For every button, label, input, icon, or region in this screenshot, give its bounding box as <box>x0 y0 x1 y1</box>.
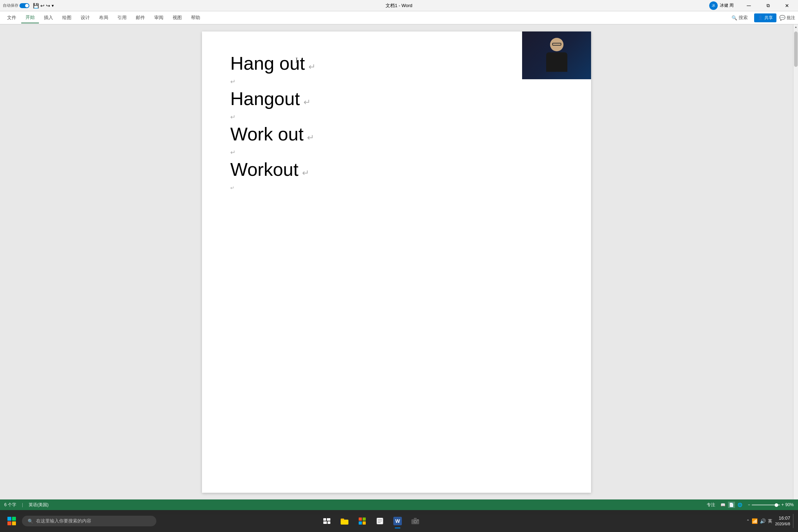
clock-time: 16:07 <box>775 515 790 521</box>
title-bar-left: 自动保存 💾 ↩ ↪ ▾ <box>3 3 54 8</box>
tab-mailings[interactable]: 邮件 <box>132 12 149 23</box>
empty-return-1: ↵ <box>230 78 236 86</box>
taskbar-file-explorer[interactable] <box>336 513 353 530</box>
svg-rect-9 <box>363 521 366 525</box>
read-view-icon[interactable]: 📖 <box>719 502 727 508</box>
tab-review[interactable]: 审阅 <box>150 12 168 23</box>
tray-chevron-icon[interactable]: ⌃ <box>746 519 750 524</box>
restore-button[interactable]: ⧉ <box>760 0 776 11</box>
network-icon[interactable]: 📶 <box>752 518 758 524</box>
search-label: 搜索 <box>739 15 748 21</box>
window-title: 文档1 - Word <box>386 2 412 9</box>
tab-file[interactable]: 文件 <box>3 12 21 23</box>
tab-insert[interactable]: 插入 <box>40 12 57 23</box>
svg-rect-4 <box>341 520 348 525</box>
language-icon[interactable]: 英 <box>768 518 772 524</box>
focus-button[interactable]: 专注 <box>707 502 715 508</box>
qa-redo-icon[interactable]: ↪ <box>46 3 50 8</box>
web-view-icon[interactable]: 🌐 <box>736 502 744 508</box>
svg-rect-17 <box>414 518 417 520</box>
zoom-in-button[interactable]: + <box>781 502 784 507</box>
text-cursor-pos: I <box>295 56 298 65</box>
scrollbar[interactable]: ▲ <box>793 24 798 500</box>
person-body <box>546 52 567 72</box>
qa-save-icon[interactable]: 💾 <box>33 3 39 8</box>
print-view-icon[interactable]: 📄 <box>728 502 735 508</box>
svg-rect-3 <box>328 521 330 524</box>
tab-layout[interactable]: 布局 <box>95 12 112 23</box>
scrollbar-thumb[interactable] <box>794 31 798 67</box>
tab-draw[interactable]: 绘图 <box>58 12 76 23</box>
taskbar-right: ⌃ 📶 🔊 英 16:07 2020/6/8 <box>746 514 795 528</box>
camera-icon <box>411 518 419 524</box>
taskbar-camera[interactable] <box>407 513 424 530</box>
text-workout: Workout <box>230 159 299 180</box>
comments-button[interactable]: 💬 批注 <box>779 15 795 21</box>
empty-return-3: ↵ <box>230 149 236 156</box>
ribbon-search[interactable]: 🔍 搜索 <box>732 15 748 21</box>
svg-rect-5 <box>341 519 344 520</box>
return-1: ↵ <box>308 62 316 72</box>
view-icons: 📖 📄 🌐 <box>719 502 744 508</box>
volume-icon[interactable]: 🔊 <box>760 518 766 524</box>
word-icon: W <box>393 517 402 525</box>
empty-line-1: ↵ <box>230 75 563 88</box>
close-button[interactable]: ✕ <box>779 0 795 11</box>
zoom-slider-thumb[interactable] <box>775 503 778 507</box>
status-right: 专注 📖 📄 🌐 − + 90% <box>707 502 794 508</box>
taskbar-search-icon: 🔍 <box>28 519 33 524</box>
tab-design[interactable]: 设计 <box>76 12 94 23</box>
autosave-switch[interactable] <box>19 3 29 8</box>
tab-references[interactable]: 引用 <box>113 12 131 23</box>
taskbar: 🔍 在这里输入你要搜索的内容 <box>0 510 798 532</box>
minimize-button[interactable]: ─ <box>741 0 757 11</box>
zoom-controls: − + 90% <box>748 502 794 507</box>
main-area: I Hang out ↵ ↵ Hangout ↵ ↵ Work out ↵ <box>0 24 798 500</box>
share-icon: 👤 <box>758 15 763 20</box>
status-divider: | <box>22 502 23 507</box>
return-3: ↵ <box>307 133 314 143</box>
return-4: ↵ <box>302 168 309 178</box>
svg-rect-6 <box>359 517 362 521</box>
zoom-out-button[interactable]: − <box>748 502 750 507</box>
svg-rect-8 <box>359 521 362 525</box>
taskbar-notes[interactable] <box>371 513 388 530</box>
autosave-toggle[interactable]: 自动保存 <box>3 3 29 8</box>
user-avatar[interactable]: 冰 <box>709 1 718 10</box>
taskbar-store[interactable] <box>354 513 371 530</box>
qa-undo-icon[interactable]: ↩ <box>40 3 45 8</box>
webcam-video <box>522 31 591 79</box>
tab-view[interactable]: 视图 <box>168 12 186 23</box>
share-button[interactable]: 👤 共享 <box>754 13 776 22</box>
scroll-up-button[interactable]: ▲ <box>793 24 798 29</box>
svg-rect-7 <box>363 517 366 521</box>
qa-more-icon[interactable]: ▾ <box>52 3 54 8</box>
start-button[interactable] <box>3 512 21 530</box>
document-area[interactable]: I Hang out ↵ ↵ Hangout ↵ ↵ Work out ↵ <box>0 24 793 500</box>
empty-line-3: ↵ <box>230 146 563 159</box>
task-view-icon <box>323 518 330 524</box>
language-label: 英语(美国) <box>29 502 48 508</box>
status-bar: 6 个字 | 英语(美国) 专注 📖 📄 🌐 − + 90% <box>0 499 798 510</box>
system-clock[interactable]: 16:07 2020/6/8 <box>775 515 790 527</box>
text-hangout: Hangout <box>230 88 300 109</box>
empty-return-2: ↵ <box>230 113 236 121</box>
person-silhouette <box>543 38 571 73</box>
line-2: Hangout ↵ <box>230 88 563 109</box>
taskbar-search[interactable]: 🔍 在这里输入你要搜索的内容 <box>22 516 156 526</box>
svg-rect-18 <box>417 520 418 520</box>
taskbar-word[interactable]: W <box>389 513 406 530</box>
document-page[interactable]: I Hang out ↵ ↵ Hangout ↵ ↵ Work out ↵ <box>202 31 591 493</box>
empty-line-2: ↵ <box>230 111 563 123</box>
tab-help[interactable]: 帮助 <box>187 12 204 23</box>
title-text: 文档1 - Word <box>386 3 412 8</box>
tab-home[interactable]: 开始 <box>21 12 39 23</box>
show-desktop-button[interactable] <box>793 514 795 528</box>
line-1: Hang out ↵ <box>230 53 563 74</box>
empty-line-4: ↵ <box>230 181 563 194</box>
zoom-slider[interactable] <box>752 504 780 505</box>
svg-rect-2 <box>323 521 327 524</box>
notes-icon <box>376 517 383 525</box>
share-label: 共享 <box>764 15 773 21</box>
taskbar-task-view[interactable] <box>318 513 335 530</box>
